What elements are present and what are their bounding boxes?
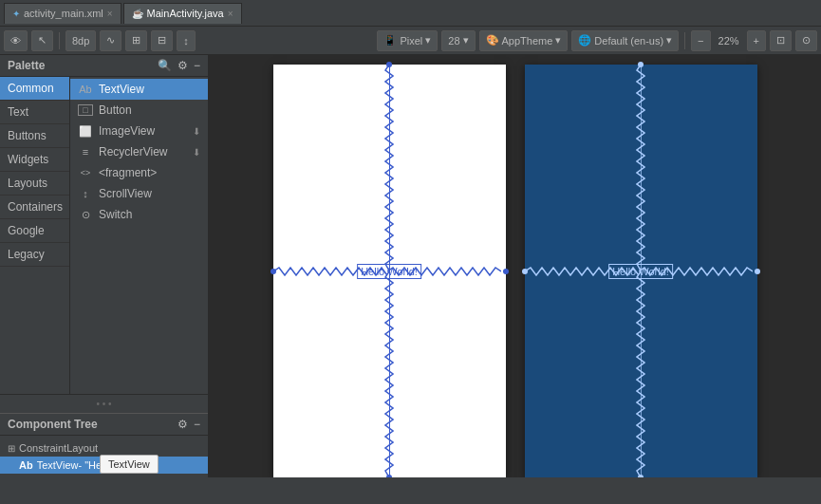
tree-settings-icon[interactable]: ⚙ [177,418,188,431]
component-tree-title: Component Tree [8,418,98,431]
grid-button[interactable]: ⊞ [125,30,147,51]
right-zigzag-dark [639,267,753,276]
textview-label-item: TextView [99,83,144,96]
component-tree-header: Component Tree ⚙ − [0,414,208,436]
palette-panel: Palette 🔍 ⚙ − Common Text Buttons Widget… [0,55,209,413]
constraint-icon: ⊞ [8,443,15,454]
switch-icon: ⊙ [78,209,93,221]
tree-item-wrapper: ⊞ ConstraintLayout TextView Ab TextView-… [0,439,208,474]
imageview-download-icon: ⬇ [193,126,200,137]
category-widgets[interactable]: Widgets [0,148,69,172]
v-zigzag-svg-bottom-dark [636,271,645,477]
api-selector[interactable]: 28 ▾ [441,30,475,51]
device-frame-dark: Hello World! [525,65,757,477]
globe-icon: 🌐 [578,34,591,47]
device-label: Pixel [400,35,422,47]
scrollview-icon: ↕ [78,188,93,199]
category-google[interactable]: Google [0,219,69,243]
sep1 [59,32,60,49]
cursor-button[interactable]: ↖ [31,30,53,51]
device-frame-light: Hello World! [273,65,506,477]
category-layouts[interactable]: Layouts [0,172,69,196]
grid-icon: ⊞ [132,34,140,47]
zoom-in-icon: + [754,35,759,47]
category-buttons[interactable]: Buttons [0,124,69,148]
device-selector[interactable]: 📱 Pixel ▾ [377,30,438,51]
java-tab-close[interactable]: × [228,9,233,19]
component-tree-content: ⊞ ConstraintLayout TextView Ab TextView-… [0,436,208,477]
java-tab-icon: ☕ [132,9,143,19]
component-tree-panel: Component Tree ⚙ − ⊞ ConstraintLayout Te… [0,413,208,477]
margin-icon: ↕ [183,35,189,47]
device-chevron: ▾ [425,34,431,47]
recyclerview-download-icon: ⬇ [193,147,200,158]
xml-tab-close[interactable]: × [107,9,113,19]
zoom-in-button[interactable]: + [747,30,766,51]
zoom-100-button[interactable]: ⊙ [795,30,817,51]
category-text[interactable]: Text [0,101,69,124]
palette-settings-icon[interactable]: ⚙ [177,59,188,72]
palette-header: Palette 🔍 ⚙ − [0,55,208,77]
main-toolbar: 👁 ↖ 8dp ∿ ⊞ ⊟ ↕ 📱 Pixel ▾ 28 ▾ 🎨 AppThem… [0,27,821,55]
palette-header-icons: 🔍 ⚙ − [158,59,200,72]
tree-item-textview-wrapper: TextView Ab TextView- "Hello World!" [0,457,208,474]
tab-main-activity[interactable]: ☕ MainActivity.java × [123,3,242,24]
palette-content: Common Text Buttons Widgets Layouts Cont… [0,77,208,394]
eye-button[interactable]: 👁 [4,30,28,51]
tab-activity-xml[interactable]: ✦ activity_main.xml × [4,3,121,24]
theme-selector[interactable]: 🎨 AppTheme ▾ [479,30,569,51]
align-icon: ⊟ [158,34,166,47]
canvas-area: Hello World! [209,55,821,477]
fragment-label-item: <fragment> [99,166,157,179]
locale-label: Default (en-us) [594,35,663,47]
device-icon: 📱 [383,34,397,47]
category-common[interactable]: Common [0,77,69,101]
textview-icon: Ab [78,84,93,95]
imageview-label-item: ImageView [99,124,155,138]
palette-item-imageview[interactable]: ⬜ ImageView ⬇ [70,121,208,141]
palette-item-button[interactable]: □ Button [70,100,208,121]
theme-icon: 🎨 [486,34,499,47]
main-layout: Palette 🔍 ⚙ − Common Text Buttons Widget… [0,55,821,477]
palette-item-textview[interactable]: Ab TextView [70,79,208,100]
palette-title: Palette [8,59,45,72]
align-button[interactable]: ⊟ [151,30,173,51]
palette-search-icon[interactable]: 🔍 [158,59,172,72]
zoom-level: 22% [715,35,743,47]
tree-minimize-icon[interactable]: − [194,418,200,431]
api-label: 28 [448,35,459,47]
cursor-icon: ↖ [38,34,47,47]
fragment-icon: <> [78,168,93,177]
palette-item-scrollview[interactable]: ↕ ScrollView [70,183,208,204]
theme-label: AppTheme [502,35,553,47]
margin-button[interactable]: ↕ [177,30,196,51]
api-chevron: ▾ [463,34,469,47]
palette-categories: Common Text Buttons Widgets Layouts Cont… [0,77,70,394]
zoom-fit-icon: ⊡ [776,34,785,47]
theme-chevron: ▾ [555,34,561,47]
palette-minimize-icon[interactable]: − [194,59,200,72]
tooltip-text: TextView [108,458,150,470]
category-legacy[interactable]: Legacy [0,243,69,267]
eye-icon: 👁 [10,35,21,47]
right-zigzag-light [387,267,501,276]
palette-item-switch[interactable]: ⊙ Switch [70,204,208,225]
zoom-out-icon: − [698,35,703,47]
palette-item-recyclerview[interactable]: ≡ RecyclerView ⬇ [70,141,208,162]
zoom-out-button[interactable]: − [691,30,710,51]
sep2 [684,32,685,49]
palette-footer-dots: • • • [96,399,111,409]
palette-items: Ab TextView □ Button ⬜ ImageView ⬇ ≡ R [70,77,208,394]
constraint-label: ConstraintLayout [19,442,98,454]
dp-button[interactable]: 8dp [65,30,96,51]
ab-icon: Ab [19,459,33,471]
dp-label: 8dp [72,35,89,47]
button-icon: □ [78,104,93,116]
category-containers[interactable]: Containers [0,196,69,219]
path-button[interactable]: ∿ [100,30,121,51]
zoom-fit-button[interactable]: ⊡ [770,30,792,51]
locale-selector[interactable]: 🌐 Default (en-us) ▾ [571,30,679,51]
recyclerview-icon: ≡ [78,146,93,158]
palette-item-fragment[interactable]: <> <fragment> [70,162,208,183]
v-zigzag-bottom-light [384,271,394,478]
